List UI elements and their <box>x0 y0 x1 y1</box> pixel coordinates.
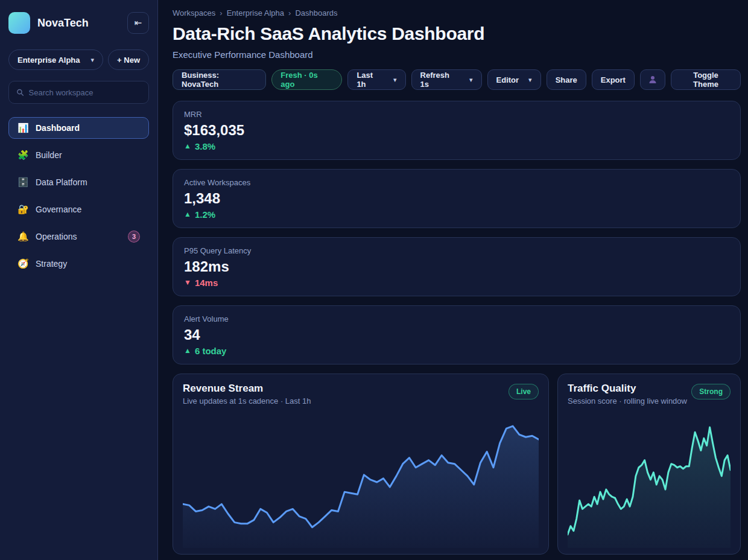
chart-title: Traffic Quality <box>568 383 687 395</box>
sidebar-item-label: Dashboard <box>36 123 140 133</box>
main-content: Workspaces›Enterprise Alpha›Dashboards D… <box>158 0 748 560</box>
chevron-down-icon: ▾ <box>393 76 397 84</box>
live-badge: Live <box>509 384 539 399</box>
kpi-value: 182ms <box>184 258 729 275</box>
kpi-label: MRR <box>184 110 729 119</box>
brand-name: NovaTech <box>37 17 120 30</box>
chart-subtitle: Session score · rolling live window <box>568 396 687 406</box>
kpi-card-active-workspaces: Active Workspaces 1,348 ▲ 1.2% <box>173 169 741 228</box>
triangle-down-icon: ▼ <box>184 278 191 287</box>
puzzle-icon: 🧩 <box>17 150 28 161</box>
kpi-delta-value: 6 today <box>195 346 227 356</box>
search-icon <box>16 88 24 97</box>
traffic-line-chart <box>568 416 731 548</box>
freshness-badge: Fresh · 0s ago <box>271 69 342 90</box>
kpi-delta: ▲ 1.2% <box>184 209 729 220</box>
new-workspace-button[interactable]: + New <box>108 49 149 70</box>
role-select[interactable]: Editor ▾ <box>487 69 541 90</box>
kpi-value: 1,348 <box>184 190 729 207</box>
kpi-value: $163,035 <box>184 122 729 139</box>
kpi-delta-value: 14ms <box>195 278 218 288</box>
kpi-card-mrr: MRR $163,035 ▲ 3.8% <box>173 101 741 160</box>
triangle-up-icon: ▲ <box>184 142 191 150</box>
sidebar-item-label: Builder <box>36 150 140 160</box>
breadcrumb-dashboards[interactable]: Dashboards <box>295 8 337 18</box>
sidebar-item-dashboard[interactable]: 📊 Dashboard <box>8 117 149 139</box>
triangle-up-icon: ▲ <box>184 346 191 355</box>
kpi-card-alert-volume: Alert Volume 34 ▲ 6 today <box>173 305 741 364</box>
chevron-down-icon: ▾ <box>91 56 95 64</box>
sidebar-collapse-button[interactable]: ⇤ <box>127 12 149 34</box>
triangle-up-icon: ▲ <box>184 210 191 218</box>
breadcrumb-workspaces[interactable]: Workspaces <box>173 8 215 18</box>
sidebar-item-governance[interactable]: 🔐 Governance <box>8 199 149 220</box>
kpi-value: 34 <box>184 326 729 343</box>
sidebar-item-data-platform[interactable]: 🗄️ Data Platform <box>8 171 149 193</box>
traffic-chart <box>568 410 731 548</box>
sidebar-item-label: Governance <box>36 205 140 214</box>
chart-header: Traffic Quality Session score · rolling … <box>568 383 731 406</box>
chart-title: Revenue Stream <box>183 383 311 395</box>
operations-alert-badge: 3 <box>128 231 140 243</box>
export-button[interactable]: Export <box>592 69 635 90</box>
breadcrumb: Workspaces›Enterprise Alpha›Dashboards <box>173 8 741 18</box>
sidebar-item-label: Strategy <box>36 259 140 269</box>
kpi-label: Alert Volume <box>184 314 729 323</box>
page-title: Data-Rich SaaS Analytics Dashboard <box>173 24 741 44</box>
strong-badge: Strong <box>691 384 731 399</box>
kpi-label: P95 Query Latency <box>184 246 729 255</box>
revenue-line-chart <box>183 416 539 548</box>
kpi-label: Active Workspaces <box>184 178 729 187</box>
compass-icon: 🧭 <box>17 258 28 269</box>
avatar-button[interactable] <box>640 69 665 90</box>
lock-key-icon: 🔐 <box>17 204 28 215</box>
sidebar-nav: 📊 Dashboard 🧩 Builder 🗄️ Data Platform 🔐… <box>8 117 149 275</box>
chevron-down-icon: ▾ <box>528 76 532 84</box>
chart-header: Revenue Stream Live updates at 1s cadenc… <box>183 383 539 406</box>
traffic-quality-card: Traffic Quality Session score · rolling … <box>557 374 741 555</box>
page-subtitle: Executive Performance Dashboard <box>173 49 741 60</box>
role-value: Editor <box>496 75 519 84</box>
refresh-interval-select[interactable]: Refresh 1s ▾ <box>411 69 482 90</box>
charts-row: Revenue Stream Live updates at 1s cadenc… <box>173 374 741 560</box>
refresh-interval-value: Refresh 1s <box>420 71 460 89</box>
kpi-delta: ▲ 6 today <box>184 346 729 356</box>
share-button[interactable]: Share <box>547 69 586 90</box>
novatech-logo <box>8 12 30 34</box>
revenue-stream-card: Revenue Stream Live updates at 1s cadenc… <box>173 374 549 555</box>
revenue-chart <box>183 410 539 548</box>
sidebar-item-label: Operations <box>36 232 121 241</box>
breadcrumb-enterprise-alpha[interactable]: Enterprise Alpha <box>227 8 284 18</box>
brand-row: NovaTech ⇤ <box>8 12 149 34</box>
workspace-select[interactable]: Enterprise Alpha ▾ <box>8 49 103 70</box>
workspace-select-value: Enterprise Alpha <box>17 56 80 65</box>
time-range-select[interactable]: Last 1h ▾ <box>347 69 405 90</box>
toggle-theme-button[interactable]: Toggle Theme <box>671 69 741 90</box>
kpi-card-p95-latency: P95 Query Latency 182ms ▼ 14ms <box>173 237 741 296</box>
sidebar-item-strategy[interactable]: 🧭 Strategy <box>8 253 149 275</box>
chevron-down-icon: ▾ <box>469 76 473 84</box>
chart-subtitle: Live updates at 1s cadence · Last 1h <box>183 396 311 406</box>
kpi-delta-value: 1.2% <box>195 209 215 220</box>
workspace-row: Enterprise Alpha ▾ + New <box>8 49 149 70</box>
workspace-search[interactable] <box>8 81 149 104</box>
breadcrumb-separator: › <box>220 8 222 18</box>
sidebar-item-operations[interactable]: 🔔 Operations 3 <box>8 226 149 247</box>
kpi-delta-value: 3.8% <box>195 141 215 151</box>
toolbar: Business: NovaTech Fresh · 0s ago Last 1… <box>173 69 741 90</box>
business-label-pill: Business: NovaTech <box>173 69 266 90</box>
time-range-value: Last 1h <box>357 71 384 89</box>
breadcrumb-separator: › <box>288 8 291 18</box>
search-input[interactable] <box>29 88 141 97</box>
sidebar-item-builder[interactable]: 🧩 Builder <box>8 144 149 166</box>
collapse-left-icon: ⇤ <box>135 18 142 28</box>
sidebar-item-label: Data Platform <box>36 177 140 187</box>
kpi-delta: ▼ 14ms <box>184 278 729 288</box>
bar-chart-icon: 📊 <box>17 122 28 133</box>
bell-icon: 🔔 <box>17 231 28 242</box>
kpi-delta: ▲ 3.8% <box>184 141 729 151</box>
sidebar: NovaTech ⇤ Enterprise Alpha ▾ + New 📊 Da… <box>0 0 158 560</box>
file-cabinet-icon: 🗄️ <box>17 177 28 188</box>
user-icon <box>648 75 658 84</box>
